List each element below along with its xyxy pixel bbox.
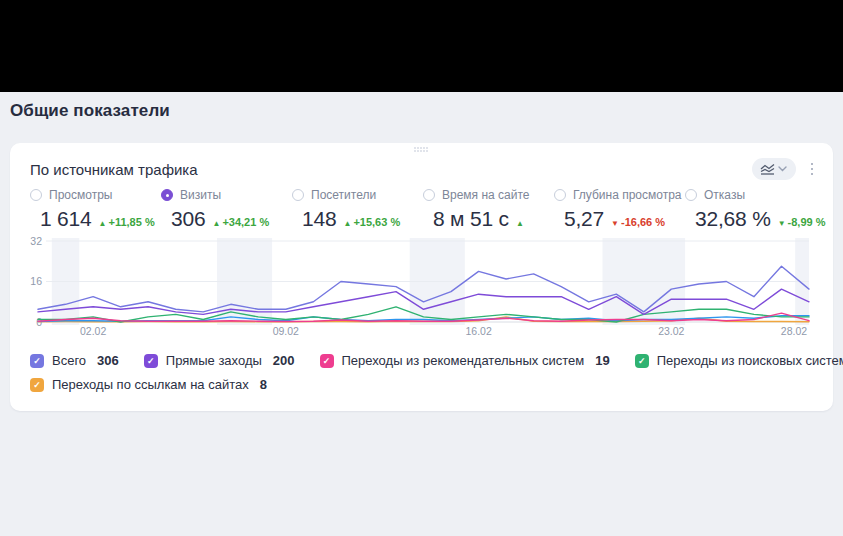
- radio-unchecked-icon[interactable]: [292, 189, 304, 201]
- chart-legend-row-1: ✓ Всего 306 ✓ Прямые заходы 200 ✓ Перехо…: [30, 353, 817, 368]
- metric-delta: ▼-8,99 %: [778, 216, 826, 228]
- metric-tab-time-on-site[interactable]: Время на сайте 8 м 51 с ▲: [423, 188, 554, 231]
- line-chart-icon: [760, 163, 775, 175]
- svg-text:28.02: 28.02: [781, 325, 807, 337]
- trend-down-icon: ▼: [611, 219, 619, 228]
- metrica-dashboard-screen: Общие показатели По источникам трафика: [0, 0, 843, 536]
- metric-delta: ▲+15,63 %: [343, 216, 400, 228]
- metric-value: 1 614: [40, 207, 92, 231]
- chart-type-button[interactable]: [752, 158, 796, 180]
- radio-unchecked-icon[interactable]: [685, 189, 697, 201]
- checkbox-checked-icon[interactable]: ✓: [635, 354, 649, 368]
- metric-tab-visits[interactable]: Визиты 306 ▲+34,21 %: [161, 188, 292, 231]
- checkbox-checked-icon[interactable]: ✓: [30, 378, 44, 392]
- widget-title: По источникам трафика: [30, 161, 198, 178]
- metric-tab-depth[interactable]: Глубина просмотра 5,27 ▼-16,66 %: [554, 188, 685, 231]
- chevron-down-icon: [778, 166, 787, 172]
- chart-canvas[interactable]: 0163202.0209.0216.0223.0228.02: [30, 238, 817, 339]
- legend-item-total[interactable]: ✓ Всего 306: [30, 353, 119, 368]
- checkbox-checked-icon[interactable]: ✓: [30, 354, 44, 368]
- kebab-menu-icon: [811, 163, 814, 166]
- legend-item-recommendation[interactable]: ✓ Переходы из рекомендательных систем 19: [320, 353, 610, 368]
- metric-tab-visitors[interactable]: Посетители 148 ▲+15,63 %: [292, 188, 423, 231]
- metric-delta: ▲+11,85 %: [99, 216, 155, 228]
- trend-up-icon: ▲: [99, 219, 107, 228]
- traffic-sources-widget: По источникам трафика: [10, 143, 833, 411]
- checkbox-checked-icon[interactable]: ✓: [144, 354, 158, 368]
- svg-text:16.02: 16.02: [465, 325, 491, 337]
- legend-item-search[interactable]: ✓ Переходы из поисковых систем 55: [635, 353, 843, 368]
- traffic-line-chart[interactable]: 0163202.0209.0216.0223.0228.02: [30, 238, 817, 339]
- svg-text:23.02: 23.02: [658, 325, 684, 337]
- checkbox-checked-icon[interactable]: ✓: [320, 354, 334, 368]
- metric-delta: ▲: [516, 216, 526, 228]
- metric-value: 8 м 51 с: [433, 207, 509, 231]
- chart-legend-row-2: ✓ Переходы по ссылкам на сайтах 8: [30, 377, 817, 392]
- trend-up-icon: ▲: [516, 219, 524, 228]
- metric-tab-views[interactable]: Просмотры 1 614 ▲+11,85 %: [30, 188, 161, 231]
- metric-delta: ▲+34,21 %: [212, 216, 269, 228]
- svg-text:16: 16: [30, 275, 42, 287]
- widget-menu-button[interactable]: [807, 160, 818, 179]
- metric-value: 306: [171, 207, 205, 231]
- metric-value: 148: [302, 207, 336, 231]
- svg-text:09.02: 09.02: [273, 325, 299, 337]
- radio-unchecked-icon[interactable]: [423, 189, 435, 201]
- top-black-region: [0, 0, 843, 92]
- radio-checked-icon[interactable]: [161, 189, 173, 201]
- legend-item-site-links[interactable]: ✓ Переходы по ссылкам на сайтах 8: [30, 377, 267, 392]
- metric-tab-bounce-rate[interactable]: Отказы 32,68 % ▼-8,99 %: [685, 188, 817, 231]
- trend-up-icon: ▲: [212, 219, 220, 228]
- metric-value: 5,27: [564, 207, 604, 231]
- metric-value: 32,68 %: [695, 207, 771, 231]
- svg-text:02.02: 02.02: [80, 325, 106, 337]
- radio-unchecked-icon[interactable]: [554, 189, 566, 201]
- trend-up-icon: ▲: [343, 219, 351, 228]
- trend-down-icon: ▼: [778, 219, 786, 228]
- widget-drag-handle-icon[interactable]: [414, 147, 429, 153]
- legend-item-direct[interactable]: ✓ Прямые заходы 200: [144, 353, 295, 368]
- page-title: Общие показатели: [10, 101, 170, 121]
- metric-selector-row: Просмотры 1 614 ▲+11,85 % Визиты 306 ▲+3…: [30, 188, 817, 231]
- radio-unchecked-icon[interactable]: [30, 189, 42, 201]
- metric-delta: ▼-16,66 %: [611, 216, 665, 228]
- svg-text:32: 32: [30, 235, 42, 247]
